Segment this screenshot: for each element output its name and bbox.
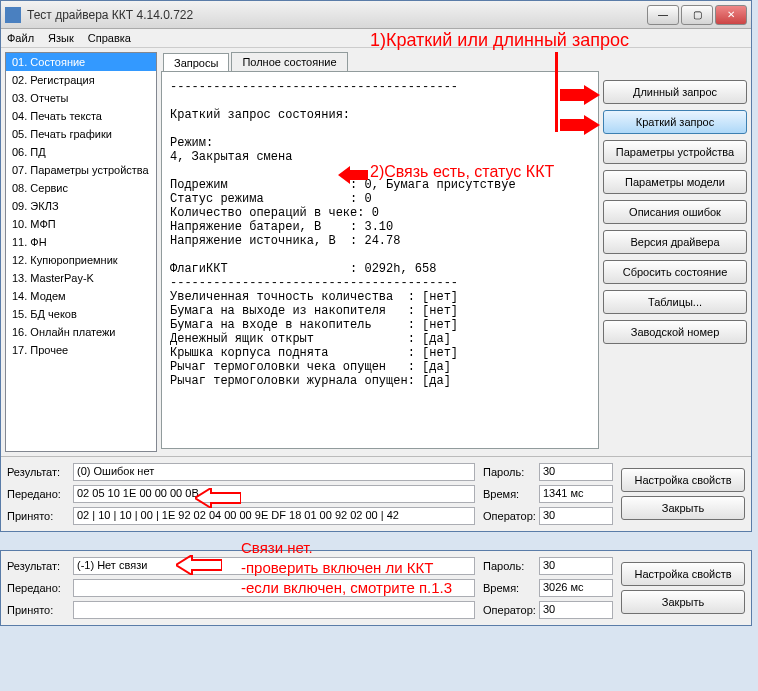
bp1-pass-lbl: Пароль: <box>483 466 539 478</box>
btn-reset-state[interactable]: Сбросить состояние <box>603 260 747 284</box>
bp2-time: 3026 мс <box>539 579 613 597</box>
body-area: 01. Состояние 02. Регистрация 03. Отчеты… <box>1 48 751 456</box>
out-l6: 4, Закрытая смена <box>170 150 292 164</box>
out-l20: Крышка корпуса поднята : [нет] <box>170 346 458 360</box>
arrow-result-ok <box>195 488 241 508</box>
bp2-op-lbl: Оператор: <box>483 604 539 616</box>
bp1-sent: 02 05 10 1E 00 00 00 0B <box>73 485 475 503</box>
tab-requests[interactable]: Запросы <box>163 53 229 72</box>
btn-tables[interactable]: Таблицы... <box>603 290 747 314</box>
bp1-sent-lbl: Передано: <box>7 488 73 500</box>
bp1-op-lbl: Оператор: <box>483 510 539 522</box>
out-l14: ФлагиККТ : 0292h, 658 <box>170 262 436 276</box>
bp1-mid: Пароль: 30 Время: 1341 мс Оператор: 30 <box>483 463 613 525</box>
menu-lang[interactable]: Язык <box>48 32 74 44</box>
out-l11: Напряжение батареи, В : 3.10 <box>170 220 393 234</box>
sidebar-item-14[interactable]: 15. БД чеков <box>6 305 156 323</box>
bp2-pass[interactable]: 30 <box>539 557 613 575</box>
sidebar-item-13[interactable]: 14. Модем <box>6 287 156 305</box>
bp1-recv-lbl: Принято: <box>7 510 73 522</box>
bp1-pass[interactable]: 30 <box>539 463 613 481</box>
annotation-status: 2)Связь есть, статус ККТ <box>370 163 554 181</box>
btn-short-request[interactable]: Краткий запрос <box>603 110 747 134</box>
btn-error-desc[interactable]: Описания ошибок <box>603 200 747 224</box>
bp2-op: 30 <box>539 601 613 619</box>
svg-marker-4 <box>176 555 222 575</box>
sidebar-item-10[interactable]: 11. ФН <box>6 233 156 251</box>
svg-marker-3 <box>195 488 241 508</box>
out-l21: Рычаг термоголовки чека опущен : [да] <box>170 360 451 374</box>
out-l19: Денежный ящик открыт : [да] <box>170 332 451 346</box>
out-l10: Количество операций в чеке: 0 <box>170 206 379 220</box>
sidebar-item-7[interactable]: 08. Сервис <box>6 179 156 197</box>
bp2-result-lbl: Результат: <box>7 560 73 572</box>
bp1-result-lbl: Результат: <box>7 466 73 478</box>
sidebar[interactable]: 01. Состояние 02. Регистрация 03. Отчеты… <box>5 52 157 452</box>
bp2-recv-lbl: Принято: <box>7 604 73 616</box>
sidebar-item-15[interactable]: 16. Онлайн платежи <box>6 323 156 341</box>
bp1-right: Настройка свойств Закрыть <box>621 463 745 525</box>
arrow-short-request <box>560 115 600 135</box>
annotation-noconn-1: Связи нет. <box>241 539 313 557</box>
app-icon <box>5 7 21 23</box>
bp2-mid: Пароль: 30 Время: 3026 мс Оператор: 30 <box>483 557 613 619</box>
svg-marker-2 <box>338 166 368 184</box>
out-l12: Напряжение источника, В : 24.78 <box>170 234 400 248</box>
center-column: Запросы Полное состояние ---------------… <box>161 52 599 452</box>
annotation-noconn-2: -проверить включен ли ККТ <box>241 559 433 577</box>
arrow-long-request <box>560 85 600 105</box>
out-l15: ---------------------------------------- <box>170 276 458 290</box>
bp2-btn-props[interactable]: Настройка свойств <box>621 562 745 586</box>
annotation-top: 1)Краткий или длинный запрос <box>370 30 629 51</box>
window-buttons: — ▢ ✕ <box>647 5 747 25</box>
arrow-result-noconn <box>176 555 222 575</box>
bp1-btn-close[interactable]: Закрыть <box>621 496 745 520</box>
tabs: Запросы Полное состояние <box>163 52 599 71</box>
sidebar-item-2[interactable]: 03. Отчеты <box>6 89 156 107</box>
bp1-time: 1341 мс <box>539 485 613 503</box>
right-buttons: Длинный запрос Краткий запрос Параметры … <box>603 52 747 452</box>
sidebar-item-16[interactable]: 17. Прочее <box>6 341 156 359</box>
maximize-button[interactable]: ▢ <box>681 5 713 25</box>
sidebar-item-11[interactable]: 12. Купюроприемник <box>6 251 156 269</box>
tab-full-state[interactable]: Полное состояние <box>231 52 347 71</box>
btn-long-request[interactable]: Длинный запрос <box>603 80 747 104</box>
bp1-left: Результат: (0) Ошибок нет Передано: 02 0… <box>7 463 475 525</box>
output-box[interactable]: ----------------------------------------… <box>161 71 599 449</box>
sidebar-item-3[interactable]: 04. Печать текста <box>6 107 156 125</box>
bp2-btn-close[interactable]: Закрыть <box>621 590 745 614</box>
bp2-time-lbl: Время: <box>483 582 539 594</box>
btn-driver-version[interactable]: Версия драйвера <box>603 230 747 254</box>
out-l1: ---------------------------------------- <box>170 80 458 94</box>
svg-marker-0 <box>560 85 600 105</box>
out-l5: Режим: <box>170 136 213 150</box>
sidebar-item-5[interactable]: 06. ПД <box>6 143 156 161</box>
sidebar-item-12[interactable]: 13. MasterPay-K <box>6 269 156 287</box>
sidebar-item-6[interactable]: 07. Параметры устройства <box>6 161 156 179</box>
minimize-button[interactable]: — <box>647 5 679 25</box>
out-l17: Бумага на выходе из накопителя : [нет] <box>170 304 458 318</box>
close-button[interactable]: ✕ <box>715 5 747 25</box>
out-l18: Бумага на входе в накопитель : [нет] <box>170 318 458 332</box>
btn-model-params[interactable]: Параметры модели <box>603 170 747 194</box>
sidebar-item-0[interactable]: 01. Состояние <box>6 53 156 71</box>
svg-marker-1 <box>560 115 600 135</box>
sidebar-item-8[interactable]: 09. ЭКЛЗ <box>6 197 156 215</box>
bp1-btn-props[interactable]: Настройка свойств <box>621 468 745 492</box>
out-l22: Рычаг термоголовки журнала опущен: [да] <box>170 374 451 388</box>
bp1-result: (0) Ошибок нет <box>73 463 475 481</box>
menu-file[interactable]: Файл <box>7 32 34 44</box>
bp1-time-lbl: Время: <box>483 488 539 500</box>
arrow-status <box>338 166 368 184</box>
btn-device-params[interactable]: Параметры устройства <box>603 140 747 164</box>
out-l9: Статус режима : 0 <box>170 192 372 206</box>
sidebar-item-9[interactable]: 10. МФП <box>6 215 156 233</box>
bp2-recv <box>73 601 475 619</box>
sidebar-item-4[interactable]: 05. Печать графики <box>6 125 156 143</box>
out-l3: Краткий запрос состояния: <box>170 108 350 122</box>
menu-help[interactable]: Справка <box>88 32 131 44</box>
main-window: Тест драйвера ККТ 4.14.0.722 — ▢ ✕ Файл … <box>0 0 752 532</box>
bottom-panel-1: Результат: (0) Ошибок нет Передано: 02 0… <box>1 456 751 531</box>
btn-serial-number[interactable]: Заводской номер <box>603 320 747 344</box>
sidebar-item-1[interactable]: 02. Регистрация <box>6 71 156 89</box>
